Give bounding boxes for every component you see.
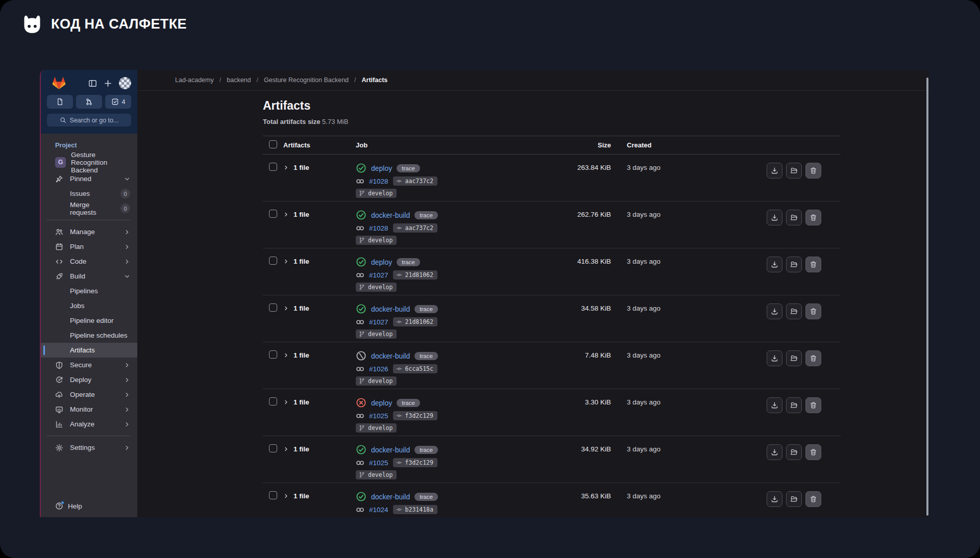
- sidebar-item-jobs[interactable]: Jobs: [41, 298, 137, 313]
- browse-artifact-button[interactable]: [786, 210, 802, 225]
- select-all-checkbox[interactable]: [269, 140, 277, 148]
- commit-chip[interactable]: 6cca515c: [393, 364, 437, 373]
- expand-row-chevron-icon[interactable]: [283, 446, 289, 452]
- issues-shortcut-button[interactable]: [47, 95, 73, 109]
- job-link[interactable]: docker-build: [371, 352, 410, 360]
- todos-shortcut-button[interactable]: 4: [105, 95, 131, 109]
- row-checkbox[interactable]: [269, 303, 277, 312]
- browse-artifact-button[interactable]: [786, 350, 802, 366]
- sidebar-item-help[interactable]: Help: [41, 495, 137, 517]
- delete-artifact-button[interactable]: [805, 210, 821, 225]
- trace-badge[interactable]: trace: [414, 305, 438, 313]
- row-checkbox[interactable]: [269, 210, 277, 218]
- expand-row-chevron-icon[interactable]: [283, 493, 289, 499]
- branch-chip[interactable]: develop: [356, 376, 397, 386]
- sidebar-item-analyze[interactable]: Analyze: [41, 417, 137, 432]
- browse-artifact-button[interactable]: [786, 444, 802, 460]
- download-artifact-button[interactable]: [767, 397, 782, 413]
- sidebar-item-deploy[interactable]: Deploy: [41, 372, 137, 387]
- row-checkbox[interactable]: [269, 163, 277, 171]
- sidebar-item-settings[interactable]: Settings: [41, 440, 137, 455]
- pipeline-link[interactable]: #1027: [369, 318, 388, 326]
- sidebar-item-secure[interactable]: Secure: [41, 358, 137, 372]
- browse-artifact-button[interactable]: [786, 397, 802, 413]
- job-link[interactable]: deploy: [371, 399, 392, 407]
- commit-chip[interactable]: 21d81062: [393, 270, 437, 280]
- branch-chip[interactable]: develop: [356, 283, 397, 292]
- download-artifact-button[interactable]: [767, 444, 782, 460]
- job-link[interactable]: deploy: [371, 164, 392, 172]
- commit-chip[interactable]: aac737c2: [393, 176, 437, 186]
- row-checkbox[interactable]: [269, 350, 277, 359]
- delete-artifact-button[interactable]: [805, 491, 821, 507]
- branch-chip[interactable]: develop: [356, 470, 397, 479]
- sidebar-item-pipeline-editor[interactable]: Pipeline editor: [41, 313, 137, 328]
- download-artifact-button[interactable]: [767, 163, 782, 179]
- gitlab-logo-icon[interactable]: [52, 77, 66, 90]
- browse-artifact-button[interactable]: [786, 303, 802, 319]
- download-artifact-button[interactable]: [767, 303, 782, 319]
- row-checkbox[interactable]: [269, 491, 277, 499]
- row-checkbox[interactable]: [269, 397, 277, 405]
- trace-badge[interactable]: trace: [397, 258, 420, 266]
- pipeline-link[interactable]: #1025: [369, 459, 388, 467]
- delete-artifact-button[interactable]: [805, 397, 821, 413]
- search-input[interactable]: Search or go to...: [47, 114, 131, 126]
- sidebar-item-pipeline-schedules[interactable]: Pipeline schedules: [41, 328, 137, 343]
- expand-row-chevron-icon[interactable]: [283, 259, 289, 264]
- breadcrumb-item-lad-academy[interactable]: Lad-academy: [175, 77, 214, 84]
- pipeline-link[interactable]: #1027: [369, 271, 388, 279]
- scrollbar-thumb[interactable]: [926, 78, 928, 516]
- sidebar-item-pipelines[interactable]: Pipelines: [41, 284, 137, 298]
- user-avatar[interactable]: [119, 77, 131, 89]
- pipeline-link[interactable]: #1025: [369, 412, 388, 420]
- branch-chip[interactable]: develop: [356, 423, 397, 433]
- sidebar-item-pinned[interactable]: Pinned: [41, 171, 137, 186]
- download-artifact-button[interactable]: [767, 350, 782, 366]
- job-link[interactable]: docker-build: [371, 211, 410, 219]
- delete-artifact-button[interactable]: [805, 257, 821, 272]
- breadcrumb-item-backend[interactable]: backend: [227, 77, 251, 84]
- trace-badge[interactable]: trace: [397, 399, 420, 407]
- delete-artifact-button[interactable]: [805, 444, 821, 460]
- sidebar-item-code[interactable]: Code: [41, 254, 137, 269]
- commit-chip[interactable]: aac737c2: [393, 223, 437, 233]
- expand-row-chevron-icon[interactable]: [283, 352, 289, 358]
- sidebar-item-monitor[interactable]: Monitor: [41, 402, 137, 417]
- expand-row-chevron-icon[interactable]: [283, 212, 289, 217]
- row-checkbox[interactable]: [269, 444, 277, 452]
- merge-requests-shortcut-button[interactable]: [76, 95, 102, 109]
- delete-artifact-button[interactable]: [805, 163, 821, 179]
- plus-icon[interactable]: [104, 79, 112, 88]
- expand-row-chevron-icon[interactable]: [283, 306, 289, 311]
- collapse-sidebar-icon[interactable]: [88, 79, 97, 88]
- trace-badge[interactable]: trace: [414, 446, 438, 454]
- trace-badge[interactable]: trace: [397, 164, 420, 172]
- trace-badge[interactable]: trace: [414, 493, 438, 501]
- trace-badge[interactable]: trace: [414, 211, 438, 219]
- branch-chip[interactable]: develop: [356, 329, 397, 339]
- sidebar-item-build[interactable]: Build: [41, 269, 137, 284]
- expand-row-chevron-icon[interactable]: [283, 399, 289, 405]
- browse-artifact-button[interactable]: [786, 257, 802, 272]
- sidebar-item-manage[interactable]: Manage: [41, 224, 137, 239]
- pipeline-link[interactable]: #1028: [369, 224, 388, 232]
- job-link[interactable]: docker-build: [371, 305, 410, 313]
- pipeline-link[interactable]: #1028: [369, 177, 388, 185]
- pipeline-link[interactable]: #1024: [369, 506, 388, 514]
- delete-artifact-button[interactable]: [805, 350, 821, 366]
- job-link[interactable]: docker-build: [371, 493, 410, 501]
- row-checkbox[interactable]: [269, 257, 277, 265]
- delete-artifact-button[interactable]: [805, 303, 821, 319]
- download-artifact-button[interactable]: [767, 491, 782, 507]
- sidebar-item-operate[interactable]: Operate: [41, 387, 137, 402]
- job-link[interactable]: deploy: [371, 258, 392, 266]
- job-link[interactable]: docker-build: [371, 446, 410, 454]
- sidebar-item-plan[interactable]: Plan: [41, 239, 137, 254]
- commit-chip[interactable]: f3d2c129: [393, 458, 437, 467]
- branch-chip[interactable]: develop: [356, 236, 397, 245]
- download-artifact-button[interactable]: [767, 257, 782, 272]
- pipeline-link[interactable]: #1026: [369, 365, 388, 373]
- branch-chip[interactable]: develop: [356, 189, 397, 198]
- commit-chip[interactable]: b231418a: [393, 505, 437, 514]
